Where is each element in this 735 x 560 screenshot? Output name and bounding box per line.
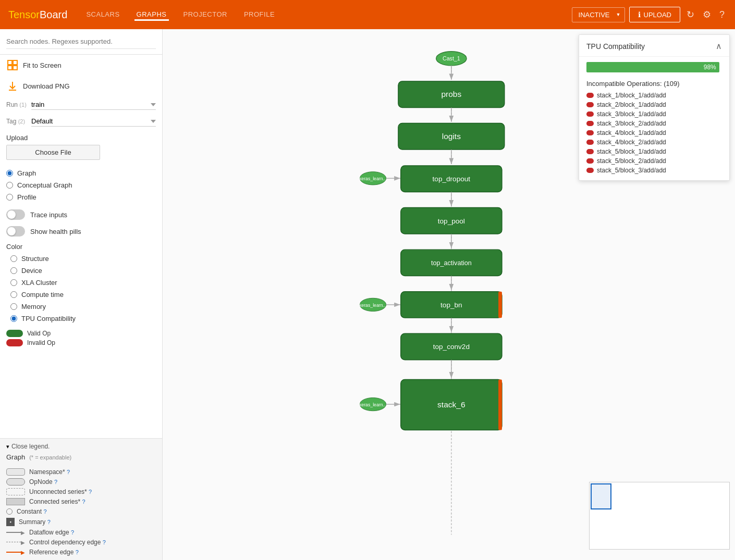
legend-control: ▶ Control dependency edge ? — [6, 539, 156, 546]
control-help-link[interactable]: ? — [103, 539, 106, 545]
color-device[interactable]: Device — [6, 265, 156, 277]
tpu-op-row: stack_1/block_1/add/add — [586, 92, 722, 99]
app-logo: TensorBoard — [8, 9, 67, 21]
tpu-collapse-button[interactable]: ∧ — [716, 41, 722, 51]
tpu-op-dot — [586, 121, 594, 126]
tpu-op-row: stack_2/block_1/add/add — [586, 101, 722, 108]
tpu-op-dot — [586, 168, 594, 173]
graph-type-group: Graph Conceptual Graph Profile — [0, 164, 162, 206]
status-select[interactable]: INACTIVE — [572, 7, 625, 22]
fit-to-screen-label: Fit to Screen — [23, 61, 62, 69]
color-compute-label: Compute time — [21, 291, 64, 298]
legend-expandable-note: (* = expandable) — [29, 454, 71, 461]
nav-profile[interactable]: PROFILE — [242, 8, 277, 21]
upload-button[interactable]: ℹ UPLOAD — [629, 7, 680, 22]
chevron-down-icon: ▾ — [6, 443, 9, 450]
settings-button[interactable]: ⚙ — [701, 7, 713, 22]
tpu-op-row: stack_4/block_2/add/add — [586, 139, 722, 146]
legend-dataflow: ▶ Dataflow edge ? — [6, 529, 156, 536]
fit-to-screen-row[interactable]: Fit to Screen — [0, 55, 162, 76]
color-structure-label: Structure — [21, 255, 49, 263]
legend-unconnected-label: Unconnected series* ? — [29, 488, 92, 495]
show-health-pills-row: Show health pills — [0, 223, 162, 240]
tpu-op-name: stack_3/block_1/add/add — [597, 110, 666, 118]
color-device-label: Device — [21, 267, 42, 275]
reference-help-link[interactable]: ? — [76, 549, 79, 555]
connected-help-link[interactable]: ? — [82, 499, 85, 505]
tpu-op-name: stack_2/block_1/add/add — [597, 101, 666, 108]
color-memory[interactable]: Memory — [6, 301, 156, 313]
refresh-button[interactable]: ↻ — [684, 7, 696, 22]
constant-shape — [6, 508, 13, 515]
valid-op-row: Valid Op — [6, 330, 156, 337]
svg-rect-1 — [13, 60, 17, 65]
color-structure[interactable]: Structure — [6, 253, 156, 265]
color-compute[interactable]: Compute time — [6, 289, 156, 301]
legend-dataflow-label: Dataflow edge ? — [29, 529, 74, 536]
color-label: Color — [6, 243, 156, 251]
control-shape: ▶ — [6, 540, 25, 545]
tpu-op-dot — [586, 140, 594, 145]
opnode-shape — [6, 478, 25, 486]
tpu-panel-header: TPU Compatibility ∧ — [579, 35, 729, 57]
legend-close-row[interactable]: ▾ Close legend. — [6, 443, 156, 450]
legend-summary-label: Summary ? — [19, 518, 51, 526]
radio-graph[interactable]: Graph — [6, 167, 156, 179]
nav-graphs[interactable]: GRAPHS — [134, 8, 169, 21]
namespace-help-link[interactable]: ? — [67, 469, 70, 475]
tag-label: Tag (2) — [6, 118, 27, 125]
legend-control-label: Control dependency edge ? — [29, 539, 106, 546]
color-xla-label: XLA Cluster — [21, 279, 57, 287]
tpu-op-row: stack_5/block_2/add/add — [586, 157, 722, 165]
dataflow-help-link[interactable]: ? — [71, 529, 74, 536]
opnode-help-link[interactable]: ? — [54, 479, 57, 485]
upload-label: Upload — [6, 134, 156, 142]
unconnected-help-link[interactable]: ? — [89, 489, 92, 495]
summary-shape: ▪ — [6, 518, 15, 526]
tpu-op-list: stack_1/block_1/add/add stack_2/block_1/… — [579, 92, 729, 180]
topbar-right: INACTIVE ℹ UPLOAD ↻ ⚙ ? — [572, 7, 727, 22]
tpu-panel-title: TPU Compatibility — [586, 42, 645, 51]
trace-inputs-row: Trace inputs — [0, 206, 162, 223]
search-input[interactable] — [6, 34, 156, 49]
radio-profile[interactable]: Profile — [6, 191, 156, 203]
invalid-op-pill — [6, 339, 23, 346]
constant-help-link[interactable]: ? — [43, 508, 46, 515]
fit-icon — [6, 59, 19, 71]
valid-op-pill — [6, 330, 23, 337]
summary-help-link[interactable]: ? — [47, 519, 51, 525]
tpu-op-name: stack_1/block_1/add/add — [597, 92, 666, 99]
color-tpu[interactable]: TPU Compatibility — [6, 313, 156, 325]
tpu-op-row: stack_4/block_1/add/add — [586, 129, 722, 136]
svg-text:logits: logits — [442, 132, 461, 141]
legend-summary: ▪ Summary ? — [6, 518, 156, 526]
trace-inputs-toggle[interactable] — [6, 209, 25, 220]
nav-projector[interactable]: PROJECTOR — [181, 8, 229, 21]
search-section — [0, 29, 162, 55]
help-button[interactable]: ? — [717, 7, 727, 22]
tpu-op-dot — [586, 111, 594, 117]
choose-file-button[interactable]: Choose File — [6, 145, 100, 160]
legend-reference: ▶ Reference edge ? — [6, 549, 156, 556]
legend-opnode: OpNode ? — [6, 478, 156, 486]
tpu-op-name: stack_5/block_1/add/add — [597, 148, 666, 155]
color-section: Color Structure Device XLA Cluster Compu… — [0, 240, 162, 328]
legend-namespace-label: Namespace* ? — [29, 468, 70, 476]
nav-scalars[interactable]: SCALARS — [84, 8, 121, 21]
graph-canvas[interactable]: Cast_1 probs logits keras_learn... top_d… — [163, 29, 735, 560]
download-png-row[interactable]: Download PNG — [0, 76, 162, 96]
legend-unconnected: Unconnected series* ? — [6, 488, 156, 495]
color-xla[interactable]: XLA Cluster — [6, 277, 156, 289]
legend-reference-label: Reference edge ? — [29, 549, 79, 556]
radio-conceptual[interactable]: Conceptual Graph — [6, 179, 156, 191]
minimap — [589, 482, 730, 550]
show-health-pills-toggle[interactable] — [6, 226, 25, 237]
tag-select[interactable]: Default — [31, 116, 156, 127]
namespace-shape — [6, 468, 25, 476]
svg-text:keras_learn...: keras_learn... — [359, 303, 387, 308]
trace-inputs-label: Trace inputs — [30, 211, 67, 219]
radio-conceptual-label: Conceptual Graph — [17, 181, 72, 189]
run-select[interactable]: train — [31, 99, 156, 110]
svg-text:top_bn: top_bn — [440, 301, 462, 309]
minimap-viewport — [591, 483, 611, 509]
